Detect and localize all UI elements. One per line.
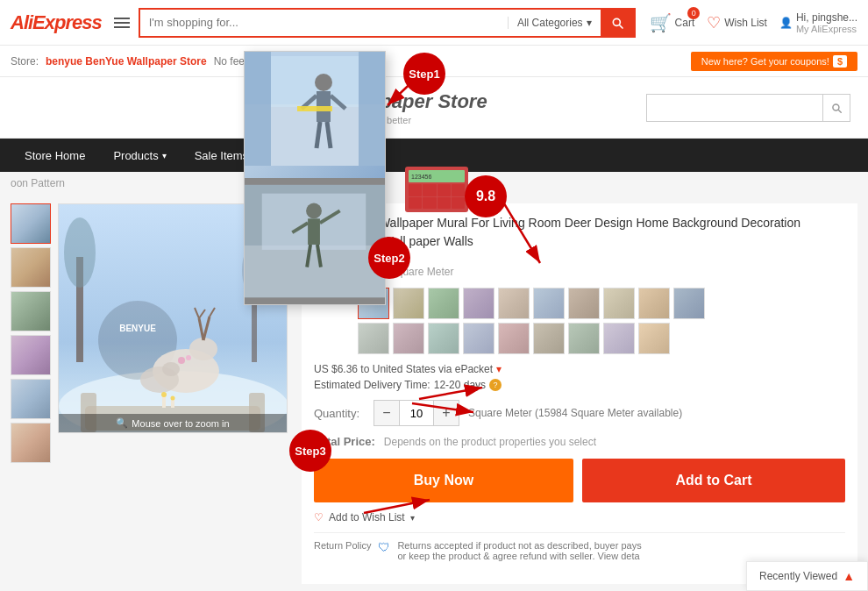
calc-btn	[438, 197, 451, 210]
chevron-down-icon: ▾	[410, 513, 415, 523]
header: AliExpress All Categories ▾ 🛒 0 Cart ♡ W…	[0, 0, 868, 46]
quantity-decrease-button[interactable]: −	[374, 401, 399, 425]
delivery-help-icon[interactable]: ?	[489, 379, 502, 391]
zoom-icon: 🔍	[116, 417, 128, 429]
thumbnail-2[interactable]	[11, 247, 51, 288]
store-search-button[interactable]	[822, 95, 850, 121]
zoom-label: 🔍 Mouse over to zoom in	[59, 414, 287, 432]
thumbnail-list	[11, 203, 51, 584]
color-swatch-5[interactable]	[498, 288, 530, 319]
thumbnail-1[interactable]	[11, 203, 51, 244]
delivery-time: 12-20 days	[434, 379, 486, 391]
coupon-text: New here? Get your coupons!	[701, 56, 829, 67]
color-swatch-14[interactable]	[463, 323, 494, 354]
shield-icon: 🛡	[378, 540, 390, 561]
color-swatch-12[interactable]	[393, 323, 424, 354]
search-bar: All Categories ▾	[139, 8, 636, 38]
quantity-control: − +	[374, 400, 459, 426]
total-row: Total Price: Depends on the product prop…	[314, 435, 845, 448]
color-swatch-9[interactable]	[638, 288, 670, 319]
calc-btn	[452, 197, 465, 210]
svg-rect-39	[245, 246, 385, 297]
color-swatch-13[interactable]	[428, 323, 459, 354]
thumbnail-4[interactable]	[11, 335, 51, 375]
cart-badge: 0	[687, 7, 700, 19]
shipping-dropdown[interactable]: ▾	[496, 363, 502, 375]
svg-point-9	[189, 338, 217, 360]
color-swatch-17[interactable]	[568, 323, 600, 354]
thumbnail-3[interactable]	[11, 291, 51, 331]
color-swatch-8[interactable]	[603, 288, 635, 319]
thumbnail-5[interactable]	[11, 379, 51, 419]
search-button[interactable]	[601, 10, 634, 36]
step2-badge: Step2	[368, 237, 410, 279]
calc-btn	[409, 184, 422, 196]
svg-point-41	[306, 203, 322, 219]
color-swatches	[358, 288, 708, 354]
store-search	[646, 94, 850, 122]
menu-icon[interactable]	[114, 18, 130, 28]
user-name: Hi, pingshe...	[796, 11, 857, 24]
cart-icon[interactable]: 🛒 0 Cart	[650, 12, 695, 33]
header-icons: 🛒 0 Cart ♡ Wish List 👤 Hi, pingshe... My…	[650, 11, 857, 34]
wishlist-row[interactable]: ♡ Add to Wish List ▾	[314, 511, 845, 523]
aliexpress-logo: AliExpress	[11, 11, 102, 34]
delivery-label: Estimated Delivery Time:	[314, 379, 430, 391]
category-dropdown[interactable]: All Categories ▾	[508, 17, 601, 29]
popup-image-bottom	[245, 178, 385, 304]
heart-icon: ♡	[707, 13, 721, 32]
recently-viewed-panel[interactable]: Recently Viewed ▲	[746, 561, 868, 591]
svg-point-16	[162, 362, 180, 376]
breadcrumb-text: oon Pattern	[11, 177, 65, 189]
calc-btn	[438, 184, 451, 196]
color-swatch-19[interactable]	[638, 323, 670, 354]
color-swatch-6[interactable]	[533, 288, 565, 319]
color-swatch-16[interactable]	[533, 323, 565, 354]
action-buttons: Buy Now Add to Cart	[314, 459, 845, 502]
svg-text:BENYUE: BENYUE	[119, 324, 156, 333]
svg-point-23	[161, 392, 167, 397]
calc-btn	[423, 184, 436, 196]
color-swatch-18[interactable]	[603, 323, 635, 354]
step1-badge: Step1	[403, 53, 445, 95]
coupon-bar[interactable]: New here? Get your coupons! $	[691, 52, 857, 71]
thumbnail-6[interactable]	[11, 423, 51, 463]
calculator-buttons	[409, 184, 465, 209]
svg-rect-28	[245, 52, 271, 166]
color-swatch-4[interactable]	[463, 288, 494, 319]
room-installation-illustration	[245, 184, 385, 298]
quantity-increase-button[interactable]: +	[434, 401, 459, 425]
buy-now-button[interactable]: Buy Now	[314, 459, 573, 502]
shipping-text: US $6.36 to United States via ePacket	[314, 363, 493, 375]
chevron-down-icon: ▾	[162, 151, 167, 160]
search-input[interactable]	[140, 10, 508, 36]
wishlist-icon[interactable]: ♡ Wish List	[707, 13, 767, 32]
quantity-available: Square Meter (15984 Square Meter availab…	[468, 407, 682, 419]
installation-illustration	[245, 52, 386, 166]
store-name-link[interactable]: benyue BenYue Wallpaper Store	[46, 55, 207, 68]
calculator-screen: 123456	[409, 170, 465, 182]
color-swatch-11[interactable]	[358, 323, 389, 354]
svg-rect-29	[359, 52, 386, 166]
svg-point-3	[64, 217, 96, 288]
chevron-up-icon: ▲	[843, 569, 855, 583]
chevron-down-icon: ▾	[587, 17, 592, 29]
step3-badge: Step3	[289, 430, 331, 472]
nav-item-products[interactable]: Products ▾	[99, 139, 180, 172]
store-label: Store:	[11, 55, 39, 68]
svg-point-31	[315, 74, 332, 91]
color-swatch-15[interactable]	[498, 323, 530, 354]
quantity-input[interactable]	[399, 401, 434, 425]
rating-badge: 9.8	[465, 175, 507, 217]
user-icon[interactable]: 👤 Hi, pingshe... My AliExpress	[779, 11, 857, 34]
total-description: Depends on the product properties you se…	[384, 436, 596, 448]
add-to-cart-button[interactable]: Add to Cart	[582, 459, 845, 502]
nav-item-home[interactable]: Store Home	[11, 139, 99, 172]
color-swatch-3[interactable]	[428, 288, 459, 319]
color-swatch-7[interactable]	[568, 288, 600, 319]
color-swatch-10[interactable]	[673, 288, 705, 319]
color-swatch-2[interactable]	[393, 288, 424, 319]
main-content: BENYUE	[0, 195, 868, 591]
calculator-annotation: 123456	[405, 167, 468, 212]
store-search-input[interactable]	[647, 95, 822, 121]
